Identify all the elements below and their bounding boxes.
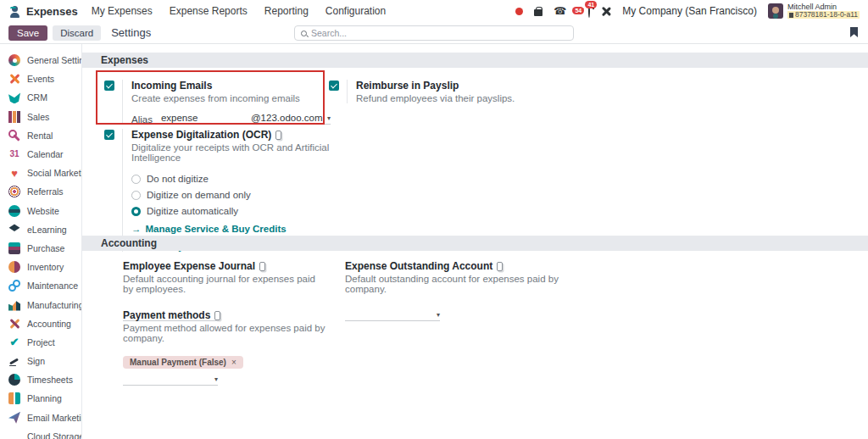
rental-icon (8, 130, 20, 142)
sidebar-item-referrals[interactable]: Referrals (0, 182, 81, 201)
setting-title: Reimburse in Payslip (356, 80, 515, 92)
app-menu-button[interactable]: Expenses (8, 5, 78, 18)
developer-tools-icon[interactable] (601, 6, 611, 16)
sidebar-item-planning[interactable]: Planning (0, 389, 81, 408)
sidebar-item-elearning[interactable]: eLearning (0, 220, 81, 239)
alias-domain-value: @123.odoo.com (251, 113, 323, 123)
discard-button[interactable]: Discard (53, 25, 101, 41)
sidebar-item-label: Timesheets (27, 375, 73, 385)
alias-domain-select[interactable]: @123.odoo.com ▾ (251, 113, 331, 125)
sidebar-item-inventory[interactable]: Inventory (0, 258, 81, 276)
alias-input[interactable] (159, 113, 244, 125)
setting-desc: Refund employees via their payslips. (356, 93, 515, 103)
radio-label[interactable]: Digitize on demand only (147, 190, 251, 200)
radio-button-selected[interactable] (131, 207, 141, 216)
sidebar-item-label: Referrals (27, 186, 64, 197)
inventory-icon (8, 261, 20, 273)
activities-button[interactable]: 41 (588, 5, 590, 17)
sidebar-item-accounting[interactable]: Accounting (0, 314, 81, 333)
sidebar-item-sales[interactable]: Sales (0, 108, 81, 126)
arrow-right-icon: → (131, 224, 142, 234)
main-menu: My Expenses Expense Reports Reporting Co… (92, 5, 387, 17)
sidebar-item-project[interactable]: ✔Project (0, 333, 81, 352)
sidebar-item-label: Social Marketing (27, 168, 82, 178)
incoming-emails-checkbox[interactable] (104, 81, 114, 91)
sidebar-item-label: Events (27, 74, 54, 84)
sidebar-item-cloud-storage[interactable]: Cloud Storage (0, 427, 81, 439)
graduation-cap-icon (8, 224, 20, 236)
top-nav-bar: Expenses My Expenses Expense Reports Rep… (0, 0, 868, 22)
setting-title: Incoming Emails (131, 80, 331, 92)
sidebar-item-social-marketing[interactable]: ♥Social Marketing (0, 164, 81, 182)
menu-expense-reports[interactable]: Expense Reports (170, 5, 248, 17)
version-badge: 87378181-18-0-a11 (787, 11, 860, 19)
radio-option-digitize-automatically: Digitize automatically (131, 206, 342, 216)
control-bar: Save Discard Settings (0, 22, 868, 44)
alias-label: Alias (131, 114, 153, 125)
sidebar-item-rental[interactable]: Rental (0, 126, 81, 145)
sidebar-item-calendar[interactable]: 31Calendar (0, 145, 81, 164)
sidebar-item-purchase[interactable]: Purchase (0, 239, 81, 258)
search-bar[interactable] (294, 25, 574, 41)
crm-icon (8, 92, 20, 103)
sidebar-item-label: Manufacturing (27, 300, 82, 310)
setting-title: Expense Outstanding Account (345, 260, 492, 272)
section-header-accounting: Accounting (82, 236, 868, 251)
setting-desc: Default accounting journal for expenses … (123, 274, 326, 294)
phone-icon[interactable]: ☎ (554, 6, 566, 16)
manage-service-link[interactable]: → Manage Service & Buy Credits (131, 224, 342, 234)
menu-reporting[interactable]: Reporting (264, 5, 309, 17)
sidebar-item-label: Rental (27, 131, 53, 141)
setting-reimburse-payslip: Reimburse in Payslip Refund employees vi… (329, 80, 566, 103)
search-input[interactable] (311, 28, 567, 38)
sidebar-item-sign[interactable]: Sign (0, 352, 81, 370)
activities-badge: 41 (585, 1, 597, 8)
radio-label[interactable]: Digitize automatically (147, 206, 238, 216)
user-menu[interactable]: Mitchell Admin 87378181-18-0-a11 (768, 3, 860, 19)
sidebar-item-crm[interactable]: CRM (0, 88, 81, 107)
setting-desc: Digitalize your receipts with OCR and Ar… (131, 142, 342, 163)
outstanding-account-select[interactable]: ▾ (345, 308, 440, 321)
shop-bag-icon[interactable] (534, 9, 542, 16)
radio-button[interactable] (131, 175, 141, 184)
tag-remove-icon[interactable]: × (231, 358, 236, 367)
bookmark-icon[interactable] (850, 27, 858, 37)
radio-label[interactable]: Do not digitize (147, 174, 209, 184)
paper-plane-icon (8, 412, 20, 424)
mobile-upgrade-icon (275, 131, 281, 140)
menu-configuration[interactable]: Configuration (326, 5, 386, 17)
sidebar-item-label: eLearning (27, 225, 67, 235)
manufacturing-icon (8, 299, 20, 311)
payment-methods-select[interactable]: ▾ (123, 373, 218, 386)
sidebar-item-label: Project (27, 337, 55, 347)
radio-button[interactable] (131, 191, 141, 200)
menu-my-expenses[interactable]: My Expenses (92, 5, 153, 17)
sales-icon (8, 111, 20, 123)
link-label: Manage Service & Buy Credits (146, 224, 287, 234)
sidebar-item-maintenance[interactable]: Maintenance (0, 276, 81, 295)
settings-content: Expenses Incoming Emails Create expenses… (82, 44, 868, 439)
setting-expense-digitalization: Expense Digitalization (OCR) Digitalize … (104, 129, 342, 252)
sidebar-item-label: Sales (27, 112, 49, 122)
company-switcher[interactable]: My Company (San Francisco) (622, 5, 757, 17)
setting-desc: Default outstanding account for expenses… (345, 274, 574, 294)
payment-method-tag: Manual Payment (False) × (123, 356, 243, 369)
setting-desc: Create expenses from incoming emails (131, 93, 331, 103)
sidebar-item-events[interactable]: Events (0, 69, 81, 88)
ocr-checkbox[interactable] (104, 130, 114, 140)
sidebar-item-general-settings[interactable]: General Settings (0, 51, 81, 69)
sidebar-item-timesheets[interactable]: Timesheets (0, 370, 81, 389)
sidebar-item-email-marketing[interactable]: Email Marketing (0, 408, 81, 427)
chevron-down-icon: ▾ (327, 114, 331, 122)
save-button[interactable]: Save (8, 25, 47, 41)
sidebar-item-manufacturing[interactable]: Manufacturing (0, 295, 81, 314)
sidebar-item-website[interactable]: Website (0, 202, 81, 220)
radio-option-digitize-on-demand: Digitize on demand only (131, 190, 342, 200)
setting-incoming-emails: Incoming Emails Create expenses from inc… (104, 80, 316, 125)
check-icon: ✔ (8, 336, 20, 348)
setting-title: Payment methods (123, 309, 210, 321)
calendar-icon: 31 (8, 148, 20, 160)
setting-payment-methods: Payment methods Payment method allowed f… (123, 309, 326, 386)
reimburse-checkbox[interactable] (329, 81, 339, 91)
sidebar-item-label: Sign (27, 356, 45, 366)
